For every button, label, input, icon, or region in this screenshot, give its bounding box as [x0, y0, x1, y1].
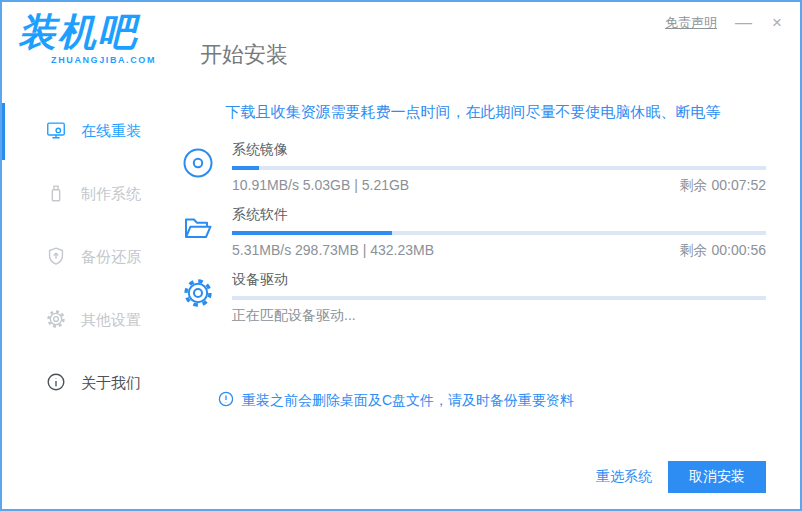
header: 装机吧 ZHUANGJIBA.COM 开始安装 免责声明 — ×	[2, 2, 800, 88]
monitor-reinstall-icon	[45, 119, 67, 144]
backup-warning-text: 重装之前会删除桌面及C盘文件，请及时备份重要资料	[242, 392, 574, 410]
info-circle-icon	[45, 371, 67, 396]
task-remaining: 剩余 00:00:56	[680, 242, 766, 260]
sidebar-item-backup-restore[interactable]: 备份还原	[2, 226, 164, 289]
task-remaining: 剩余 00:07:52	[680, 177, 766, 195]
task-detail: 正在匹配设备驱动...	[232, 307, 356, 325]
download-notice: 下载且收集资源需要耗费一点时间，在此期间尽量不要使电脑休眠、断电等	[180, 103, 766, 122]
sidebar: 在线重装 制作系统	[2, 88, 164, 509]
sidebar-item-make-system[interactable]: 制作系统	[2, 163, 164, 226]
sidebar-item-other-settings[interactable]: 其他设置	[2, 289, 164, 352]
settings-gear-icon	[45, 308, 67, 333]
logo-domain: ZHUANGJIBA.COM	[18, 55, 162, 65]
task-name: 系统软件	[232, 206, 766, 224]
app-window: 装机吧 ZHUANGJIBA.COM 开始安装 免责声明 — × 在线重装	[0, 0, 802, 511]
backup-warning: 重装之前会删除桌面及C盘文件，请及时备份重要资料	[218, 391, 766, 410]
footer-actions: 重选系统 取消安装	[180, 461, 766, 493]
progress-bar	[232, 231, 766, 235]
sidebar-item-about-us[interactable]: 关于我们	[2, 352, 164, 415]
disc-icon	[180, 146, 216, 195]
body: 在线重装 制作系统	[2, 88, 800, 509]
task-name: 设备驱动	[232, 271, 766, 289]
progress-bar	[232, 296, 766, 300]
app-logo: 装机吧 ZHUANGJIBA.COM	[2, 2, 162, 88]
gear-icon	[180, 276, 216, 325]
progress-bar	[232, 166, 766, 170]
task-name: 系统镜像	[232, 141, 766, 159]
page-title: 开始安装	[200, 40, 288, 88]
sidebar-item-label: 备份还原	[81, 248, 141, 267]
sidebar-item-label: 关于我们	[81, 374, 141, 393]
task-detail: 5.31MB/s 298.73MB | 432.23MB	[232, 242, 434, 260]
sidebar-item-label: 其他设置	[81, 311, 141, 330]
backup-shield-icon	[45, 245, 67, 270]
sidebar-item-label: 制作系统	[81, 185, 141, 204]
main-panel: 下载且收集资源需要耗费一点时间，在此期间尽量不要使电脑休眠、断电等 系统镜像 1…	[164, 88, 800, 509]
sidebar-item-online-reinstall[interactable]: 在线重装	[2, 100, 164, 163]
titlebar-actions: 免责声明 — ×	[665, 2, 800, 33]
sidebar-item-label: 在线重装	[81, 122, 141, 141]
close-button[interactable]: ×	[770, 12, 784, 33]
task-row-system-software: 系统软件 5.31MB/s 298.73MB | 432.23MB 剩余 00:…	[180, 206, 766, 260]
task-row-device-driver: 设备驱动 正在匹配设备驱动...	[180, 271, 766, 325]
disclaimer-link[interactable]: 免责声明	[665, 14, 717, 32]
task-detail: 10.91MB/s 5.03GB | 5.21GB	[232, 177, 409, 195]
exclamation-circle-icon	[218, 391, 234, 410]
progress-fill	[232, 166, 259, 170]
task-row-system-image: 系统镜像 10.91MB/s 5.03GB | 5.21GB 剩余 00:07:…	[180, 141, 766, 195]
logo-text: 装机吧	[18, 12, 162, 54]
progress-fill	[232, 231, 392, 235]
folder-icon	[180, 211, 216, 260]
cancel-install-button[interactable]: 取消安装	[668, 461, 766, 493]
minimize-button[interactable]: —	[733, 12, 754, 33]
usb-drive-icon	[45, 182, 67, 207]
reselect-system-button[interactable]: 重选系统	[596, 468, 652, 486]
